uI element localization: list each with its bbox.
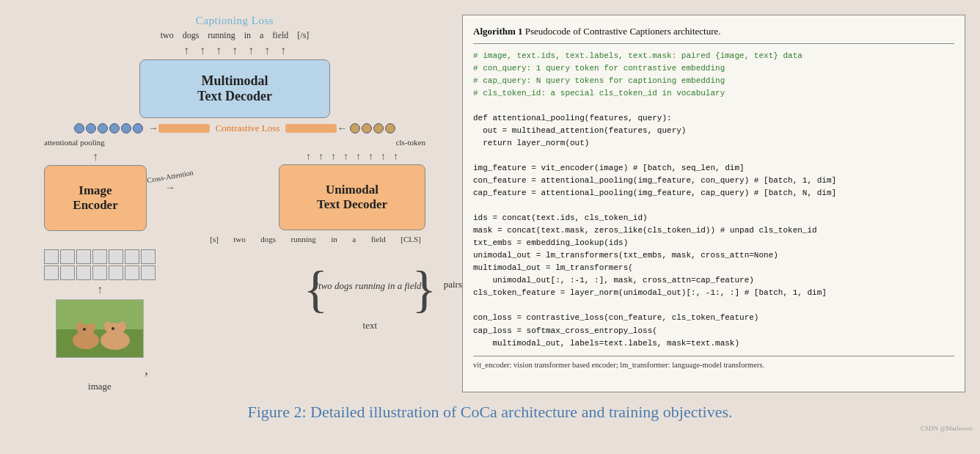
text-quote: "two dogs running in a field" <box>315 280 425 292</box>
token-in-running: running <box>291 235 316 244</box>
arrow-up-u8: ↑ <box>393 151 398 163</box>
pool-dot <box>385 123 395 133</box>
arrow-up-u1: ↑ <box>306 151 311 163</box>
arrow-cross-attn: → <box>165 182 175 194</box>
arrow-up-6: ↑ <box>264 44 270 57</box>
algorithm-code: # image, text.ids, text.labels, text.mas… <box>473 50 954 350</box>
token-two: two <box>161 30 174 41</box>
token-dogs: dogs <box>183 30 200 41</box>
arrow-up-u3: ↑ <box>331 151 336 163</box>
pool-dot <box>121 123 131 133</box>
pool-dot <box>86 123 96 133</box>
patch-sq <box>76 266 91 280</box>
patch-sq <box>141 266 156 280</box>
patch-sq <box>141 249 156 264</box>
patch-sq <box>60 249 75 264</box>
cls-token-label: cls-token <box>396 138 425 147</box>
pool-dot <box>133 123 143 133</box>
arrow-up-u7: ↑ <box>381 151 386 163</box>
patch-sq <box>125 266 139 280</box>
arrow-up-7: ↑ <box>280 44 286 57</box>
svg-point-11 <box>111 327 114 330</box>
pool-dot <box>350 123 360 133</box>
csdn-watermark: CSDN @Marlowee <box>921 425 973 432</box>
attentional-pooling-label: attentional pooling <box>44 138 105 147</box>
patch-sq <box>125 249 139 264</box>
patch-sq <box>44 266 59 280</box>
token-in-dogs: dogs <box>260 235 276 244</box>
token-a: a <box>260 30 263 41</box>
pool-dot <box>98 123 108 133</box>
diagram: Captioning Loss two dogs running in a fi… <box>15 15 455 392</box>
contrastive-bar-right <box>285 124 337 133</box>
patch-sq <box>92 266 107 280</box>
patch-sq <box>60 266 75 280</box>
svg-rect-1 <box>56 329 144 358</box>
text-brace-close: } <box>412 257 436 323</box>
svg-point-9 <box>104 321 111 332</box>
text-brace: { <box>304 257 329 323</box>
arrow-up-u5: ↑ <box>356 151 361 163</box>
algorithm-box: Algorithm 1 Pseudocode of Contrastive Ca… <box>462 15 965 392</box>
arrow-up-img: ↑ <box>92 150 98 164</box>
dog-image <box>56 299 144 358</box>
contrastive-loss-label: Contrastive Loss <box>216 122 280 134</box>
pool-dot <box>373 123 384 133</box>
algorithm-title: Algorithm 1 Pseudocode of Contrastive Ca… <box>473 24 954 44</box>
token-cls: [CLS] <box>401 235 421 244</box>
image-encoder: ImageEncoder <box>44 165 147 231</box>
pool-dot <box>74 123 84 133</box>
svg-point-5 <box>89 323 95 332</box>
captioning-loss-label: Captioning Loss <box>196 15 274 27</box>
arrow-right-1: → <box>148 122 158 134</box>
token-end: [/s] <box>297 30 309 41</box>
token-field: field <box>272 30 288 41</box>
patch-sq <box>109 266 123 280</box>
arrow-up-2: ↑ <box>200 44 205 57</box>
arrow-up-1: ↑ <box>183 44 189 57</box>
token-in: in <box>244 30 251 41</box>
svg-point-10 <box>119 321 126 332</box>
pairs-label: pairs <box>444 279 462 290</box>
arrow-up-u4: ↑ <box>343 151 348 163</box>
pool-dot <box>362 123 372 133</box>
token-in-in: in <box>331 235 337 244</box>
unimodal-decoder: UnimodalText Decoder <box>279 164 425 230</box>
output-tokens: two dogs running in a field [/s] <box>161 30 310 41</box>
svg-point-6 <box>83 328 86 331</box>
arrow-up-u2: ↑ <box>318 151 323 163</box>
arrow-up-5: ↑ <box>248 44 254 57</box>
algorithm-footer: vit_encoder: vision transformer based en… <box>473 356 954 371</box>
token-in-field: field <box>371 235 386 244</box>
patch-sq <box>44 249 59 264</box>
arrow-up-4: ↑ <box>232 44 238 57</box>
patch-sq <box>76 249 91 264</box>
arrow-left-contrastive: ← <box>337 122 347 134</box>
token-running: running <box>208 30 235 41</box>
comma-symbol: , <box>145 361 148 378</box>
pool-dot <box>109 123 120 133</box>
multimodal-decoder: MultimodalText Decoder <box>139 59 330 118</box>
svg-point-4 <box>76 322 84 332</box>
arrow-up-3: ↑ <box>216 44 222 57</box>
token-in-a: a <box>352 235 356 244</box>
contrastive-bar-left <box>158 124 210 133</box>
arrow-up-u6: ↑ <box>368 151 373 163</box>
figure-caption: Figure 2: Detailed illustration of CoCa … <box>7 398 973 426</box>
dog-image-svg <box>56 300 144 358</box>
patch-sq <box>92 249 107 264</box>
token-s-start: [s] <box>210 235 219 244</box>
token-in-two: two <box>233 235 246 244</box>
text-label: text <box>363 320 378 332</box>
image-label: image <box>88 381 111 392</box>
patch-sq <box>109 249 123 264</box>
arrow-up-patches: ↑ <box>97 283 103 296</box>
